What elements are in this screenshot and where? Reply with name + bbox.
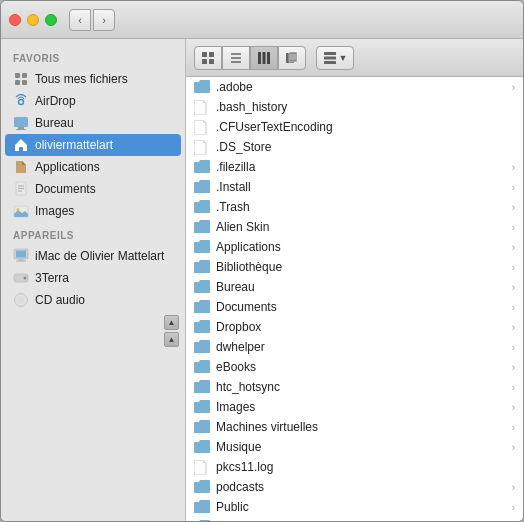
folder-icon [194, 280, 210, 294]
sidebar-item-bureau[interactable]: Bureau [5, 112, 181, 134]
svg-rect-56 [194, 503, 210, 513]
expand-arrow-icon: › [512, 342, 515, 353]
svg-rect-17 [16, 261, 26, 262]
svg-rect-39 [194, 83, 210, 93]
minimize-button[interactable] [27, 14, 39, 26]
airdrop-icon [13, 93, 29, 109]
file-name-label: Alien Skin [216, 220, 506, 234]
list-item[interactable]: Dropbox› [186, 317, 523, 337]
scroll-up-button[interactable]: ▲ [164, 315, 179, 330]
sidebar-item-imac[interactable]: iMac de Olivier Mattelart [5, 245, 181, 267]
svg-rect-26 [209, 59, 214, 64]
cd-icon [13, 292, 29, 308]
list-item[interactable]: .adobe› [186, 77, 523, 97]
sidebar-item-applications[interactable]: Applications [5, 156, 181, 178]
view-options-button[interactable]: ▼ [316, 46, 354, 70]
svg-rect-50 [194, 363, 210, 373]
list-item[interactable]: .Trash› [186, 197, 523, 217]
sidebar-item-tous-mes-fichiers[interactable]: Tous mes fichiers [5, 68, 181, 90]
list-item[interactable]: Documents› [186, 297, 523, 317]
svg-rect-37 [324, 56, 336, 59]
sidebar-item-label: Applications [35, 160, 100, 174]
sidebar-item-label: iMac de Olivier Mattelart [35, 249, 164, 263]
view-list-button[interactable] [222, 46, 250, 70]
expand-arrow-icon: › [512, 82, 515, 93]
file-name-label: pkcs11.log [216, 460, 515, 474]
sidebar-item-label: Images [35, 204, 74, 218]
folder-icon [194, 500, 210, 514]
sidebar-item-cd-audio[interactable]: CD audio [5, 289, 181, 311]
list-item[interactable]: Applications› [186, 237, 523, 257]
list-item[interactable]: Musique› [186, 437, 523, 457]
svg-rect-48 [194, 323, 210, 333]
list-item[interactable]: dwhelper› [186, 337, 523, 357]
list-item[interactable]: .Install› [186, 177, 523, 197]
list-item[interactable]: Images› [186, 397, 523, 417]
svg-rect-35 [290, 54, 296, 60]
imac-icon [13, 248, 29, 264]
expand-arrow-icon: › [512, 302, 515, 313]
folder-icon [194, 380, 210, 394]
list-item[interactable]: .CFUserTextEncoding [186, 117, 523, 137]
sidebar-item-oliviermattelart[interactable]: oliviermattelart [5, 134, 181, 156]
back-button[interactable]: ‹ [69, 9, 91, 31]
sidebar-item-label: 3Terra [35, 271, 69, 285]
file-name-label: Dropbox [216, 320, 506, 334]
list-item[interactable]: Alien Skin› [186, 217, 523, 237]
folder-icon [194, 320, 210, 334]
sidebar-item-label: Bureau [35, 116, 74, 130]
file-name-label: Sites [216, 520, 506, 521]
file-name-label: .DS_Store [216, 140, 515, 154]
list-item[interactable]: pkcs11.log [186, 457, 523, 477]
forward-button[interactable]: › [93, 9, 115, 31]
right-panel: ▼ .adobe› .bash_history .CFUserTextEncod… [186, 39, 523, 521]
file-name-label: Public [216, 500, 506, 514]
sidebar-item-images[interactable]: Images [5, 200, 181, 222]
svg-rect-46 [194, 283, 210, 293]
folder-icon [194, 400, 210, 414]
list-item[interactable]: .DS_Store [186, 137, 523, 157]
svg-rect-6 [18, 127, 24, 129]
folder-icon [194, 160, 210, 174]
file-name-label: .Trash [216, 200, 506, 214]
sidebar-item-3terra[interactable]: 3Terra [5, 267, 181, 289]
list-item[interactable]: Sites› [186, 517, 523, 521]
expand-arrow-icon: › [512, 422, 515, 433]
file-name-label: Bureau [216, 280, 506, 294]
list-item[interactable]: eBooks› [186, 357, 523, 377]
list-item[interactable]: Machines virtuelles› [186, 417, 523, 437]
list-item[interactable]: .filezilla› [186, 157, 523, 177]
svg-point-19 [24, 277, 27, 280]
view-icon-button[interactable] [194, 46, 222, 70]
expand-arrow-icon: › [512, 182, 515, 193]
view-cover-button[interactable] [278, 46, 306, 70]
sidebar-item-documents[interactable]: Documents [5, 178, 181, 200]
svg-rect-51 [194, 383, 210, 393]
list-item[interactable]: Bureau› [186, 277, 523, 297]
view-columns-button[interactable] [250, 46, 278, 70]
file-list[interactable]: .adobe› .bash_history .CFUserTextEncodin… [186, 77, 523, 521]
svg-rect-1 [22, 73, 27, 78]
close-button[interactable] [9, 14, 21, 26]
sidebar-item-label: AirDrop [35, 94, 76, 108]
expand-arrow-icon: › [512, 282, 515, 293]
expand-arrow-icon: › [512, 322, 515, 333]
list-item[interactable]: Bibliothèque› [186, 257, 523, 277]
scroll-down-button[interactable]: ▲ [164, 332, 179, 347]
list-item[interactable]: Public› [186, 497, 523, 517]
list-item[interactable]: podcasts› [186, 477, 523, 497]
file-name-label: Documents [216, 300, 506, 314]
sidebar-item-airdrop[interactable]: AirDrop [5, 90, 181, 112]
folder-icon [194, 80, 210, 94]
titlebar: ‹ › [1, 1, 523, 39]
svg-point-4 [19, 100, 24, 105]
sidebar: FAVORIS Tous mes fichiers [1, 39, 186, 521]
maximize-button[interactable] [45, 14, 57, 26]
svg-rect-52 [194, 403, 210, 413]
list-item[interactable]: htc_hotsync› [186, 377, 523, 397]
home-icon [13, 137, 29, 153]
folder-icon [194, 480, 210, 494]
expand-arrow-icon: › [512, 502, 515, 513]
svg-rect-43 [194, 223, 210, 233]
list-item[interactable]: .bash_history [186, 97, 523, 117]
